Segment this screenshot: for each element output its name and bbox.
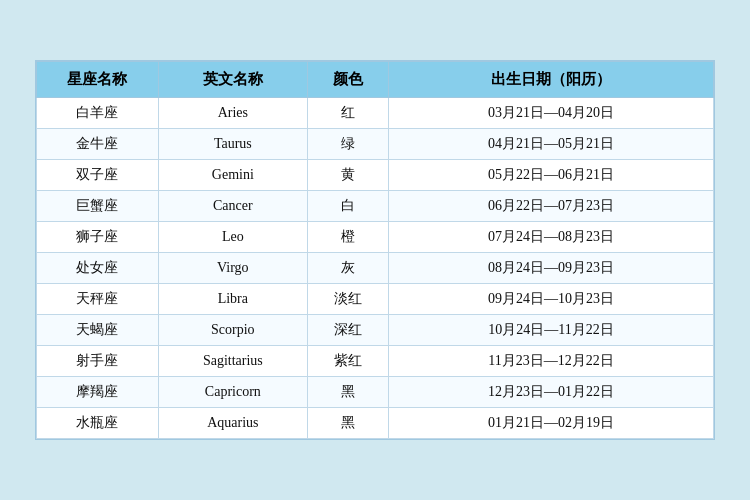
cell-color: 绿	[307, 129, 388, 160]
table-row: 天蝎座Scorpio深红10月24日—11月22日	[37, 315, 714, 346]
cell-color: 白	[307, 191, 388, 222]
cell-chinese: 狮子座	[37, 222, 159, 253]
cell-date: 08月24日—09月23日	[389, 253, 714, 284]
table-row: 天秤座Libra淡红09月24日—10月23日	[37, 284, 714, 315]
cell-english: Capricorn	[158, 377, 307, 408]
cell-english: Virgo	[158, 253, 307, 284]
cell-color: 黑	[307, 377, 388, 408]
cell-chinese: 金牛座	[37, 129, 159, 160]
cell-english: Scorpio	[158, 315, 307, 346]
cell-english: Taurus	[158, 129, 307, 160]
cell-date: 12月23日—01月22日	[389, 377, 714, 408]
cell-english: Cancer	[158, 191, 307, 222]
table-header-row: 星座名称 英文名称 颜色 出生日期（阳历）	[37, 62, 714, 98]
table-body: 白羊座Aries红03月21日—04月20日金牛座Taurus绿04月21日—0…	[37, 98, 714, 439]
cell-color: 淡红	[307, 284, 388, 315]
cell-date: 01月21日—02月19日	[389, 408, 714, 439]
cell-color: 橙	[307, 222, 388, 253]
cell-chinese: 天蝎座	[37, 315, 159, 346]
cell-english: Gemini	[158, 160, 307, 191]
table-row: 射手座Sagittarius紫红11月23日—12月22日	[37, 346, 714, 377]
cell-english: Sagittarius	[158, 346, 307, 377]
table-row: 处女座Virgo灰08月24日—09月23日	[37, 253, 714, 284]
cell-chinese: 天秤座	[37, 284, 159, 315]
table-row: 金牛座Taurus绿04月21日—05月21日	[37, 129, 714, 160]
cell-date: 04月21日—05月21日	[389, 129, 714, 160]
cell-color: 紫红	[307, 346, 388, 377]
table-row: 狮子座Leo橙07月24日—08月23日	[37, 222, 714, 253]
zodiac-table-container: 星座名称 英文名称 颜色 出生日期（阳历） 白羊座Aries红03月21日—04…	[35, 60, 715, 440]
cell-english: Aries	[158, 98, 307, 129]
cell-color: 红	[307, 98, 388, 129]
cell-english: Libra	[158, 284, 307, 315]
cell-chinese: 双子座	[37, 160, 159, 191]
cell-color: 黑	[307, 408, 388, 439]
cell-chinese: 巨蟹座	[37, 191, 159, 222]
cell-english: Leo	[158, 222, 307, 253]
zodiac-table: 星座名称 英文名称 颜色 出生日期（阳历） 白羊座Aries红03月21日—04…	[36, 61, 714, 439]
cell-date: 05月22日—06月21日	[389, 160, 714, 191]
cell-chinese: 射手座	[37, 346, 159, 377]
cell-color: 深红	[307, 315, 388, 346]
cell-english: Aquarius	[158, 408, 307, 439]
table-row: 白羊座Aries红03月21日—04月20日	[37, 98, 714, 129]
cell-chinese: 水瓶座	[37, 408, 159, 439]
cell-chinese: 处女座	[37, 253, 159, 284]
cell-date: 07月24日—08月23日	[389, 222, 714, 253]
table-row: 水瓶座Aquarius黑01月21日—02月19日	[37, 408, 714, 439]
cell-chinese: 白羊座	[37, 98, 159, 129]
cell-color: 灰	[307, 253, 388, 284]
header-color: 颜色	[307, 62, 388, 98]
table-row: 摩羯座Capricorn黑12月23日—01月22日	[37, 377, 714, 408]
cell-color: 黄	[307, 160, 388, 191]
cell-date: 06月22日—07月23日	[389, 191, 714, 222]
cell-date: 09月24日—10月23日	[389, 284, 714, 315]
table-row: 巨蟹座Cancer白06月22日—07月23日	[37, 191, 714, 222]
cell-date: 11月23日—12月22日	[389, 346, 714, 377]
header-date: 出生日期（阳历）	[389, 62, 714, 98]
header-chinese: 星座名称	[37, 62, 159, 98]
cell-chinese: 摩羯座	[37, 377, 159, 408]
header-english: 英文名称	[158, 62, 307, 98]
cell-date: 03月21日—04月20日	[389, 98, 714, 129]
table-row: 双子座Gemini黄05月22日—06月21日	[37, 160, 714, 191]
cell-date: 10月24日—11月22日	[389, 315, 714, 346]
